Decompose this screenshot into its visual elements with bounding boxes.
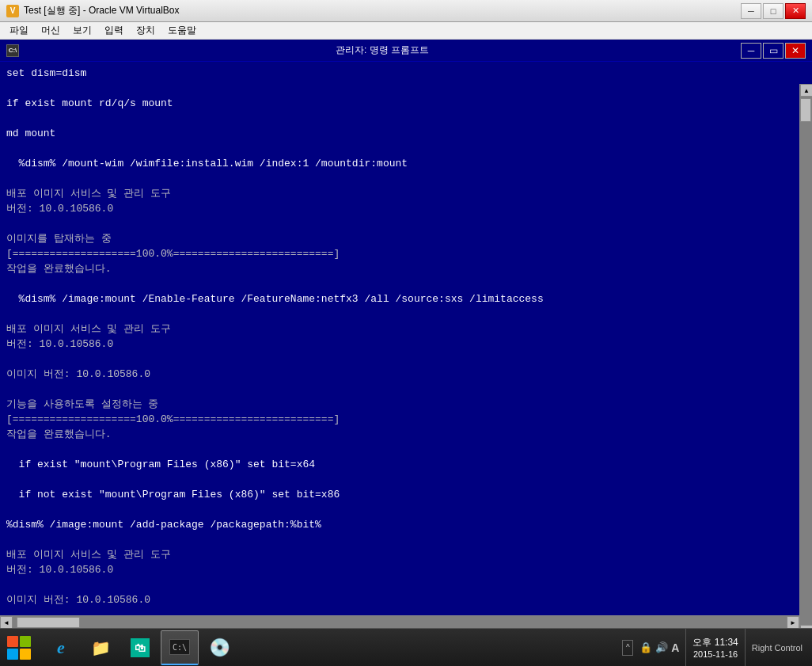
terminal-line	[6, 352, 793, 367]
system-tray: ^ 🔒 🔊 A 오후 11:34 2015-11-16 Right Contro…	[616, 629, 812, 667]
hscroll-track	[13, 616, 787, 628]
taskbar-explorer[interactable]: 📁	[82, 630, 120, 665]
terminal-line	[6, 277, 793, 292]
terminal-line	[6, 142, 793, 157]
terminal-line: 배포 이미지 서비스 및 관리 도구	[6, 322, 793, 337]
outer-wrapper: V Test [실행 중] - Oracle VM VirtualBox ─ □…	[0, 0, 812, 666]
terminal-line: [====================100.0%=============…	[6, 413, 793, 428]
terminal-line: 작업을 완료했습니다.	[6, 262, 793, 277]
taskbar-cmd[interactable]: C:\	[161, 630, 199, 665]
ie-icon: e	[57, 637, 65, 658]
menu-machine[interactable]: 머신	[35, 22, 66, 39]
terminal-line: 이미지 버전: 10.0.10586.0	[6, 367, 793, 382]
windows-logo-icon	[7, 636, 31, 660]
terminal-line	[6, 533, 793, 548]
taskbar-apps: e 📁 🛍 C:\ 💿	[41, 629, 239, 667]
terminal-line: set dism=dism	[6, 67, 793, 82]
clock[interactable]: 오후 11:34 2015-11-16	[686, 629, 744, 667]
start-button[interactable]	[0, 629, 38, 667]
cmd-icon: C:\	[6, 44, 19, 57]
vbox-title-text: Test [실행 중] - Oracle VM VirtualBox	[24, 4, 741, 17]
menu-help[interactable]: 도움말	[161, 22, 203, 39]
terminal-line: 이미지를 탑재하는 중	[6, 232, 793, 247]
menu-view[interactable]: 보기	[66, 22, 98, 39]
main-area: V Test [실행 중] - Oracle VM VirtualBox ─ □…	[0, 0, 812, 628]
clock-time: 오후 11:34	[692, 636, 738, 649]
terminal-line: %dism% /mount-wim /wimfile:install.wim /…	[6, 157, 793, 172]
terminal-line	[6, 443, 793, 458]
terminal-line	[6, 217, 793, 232]
menubar: 파일 머신 보기 입력 장치 도움말	[0, 22, 812, 40]
menu-input[interactable]: 입력	[98, 22, 130, 39]
cmd-title-text: 관리자: 명령 프롬프트	[24, 44, 741, 57]
cmd-minimize-btn[interactable]: ─	[741, 43, 761, 59]
terminal-line	[6, 307, 793, 322]
terminal-line: md mount	[6, 127, 793, 142]
cmd-close-btn[interactable]: ✕	[785, 43, 806, 59]
terminal-line	[6, 503, 793, 518]
vscrollbar[interactable]: ▲ ▼	[799, 84, 812, 637]
terminal-line: 작업을 완료했습니다.	[6, 428, 793, 443]
vbox-minimize-btn[interactable]: ─	[741, 3, 761, 19]
terminal-line	[6, 608, 793, 615]
network-icon[interactable]: 🔒	[639, 641, 652, 653]
menu-device[interactable]: 장치	[130, 22, 161, 39]
hscroll-right-btn[interactable]: ►	[787, 616, 799, 629]
cmd-window: C:\ 관리자: 명령 프롬프트 ─ ▭ ✕ set dism=dism if …	[0, 40, 812, 628]
menu-file[interactable]: 파일	[3, 22, 35, 39]
cmd-body: set dism=dism if exist mount rd/q/s moun…	[0, 62, 812, 615]
scroll-track	[800, 97, 812, 625]
terminal-line	[6, 112, 793, 127]
cmd-text: set dism=dism if exist mount rd/q/s moun…	[0, 62, 799, 615]
clock-date: 2015-11-16	[693, 649, 738, 659]
terminal-line: %dism% /image:mount /Enable-Feature /Fea…	[6, 292, 793, 307]
vbox-restore-btn[interactable]: □	[763, 3, 784, 19]
scroll-up-btn[interactable]: ▲	[800, 84, 812, 97]
terminal-line: %dism% /image:mount /add-package /packag…	[6, 518, 793, 533]
right-control-label: Right Control	[745, 629, 809, 667]
folder-icon: 📁	[91, 638, 111, 657]
ime-icon[interactable]: A	[671, 641, 679, 654]
terminal-line	[6, 578, 793, 593]
terminal-line: if exist "mount\Program Files (x86)" set…	[6, 458, 793, 473]
hscroll-thumb[interactable]	[17, 617, 80, 628]
cmd-titlebar: C:\ 관리자: 명령 프롬프트 ─ ▭ ✕	[0, 40, 812, 62]
terminal-line: [====================100.0%=============…	[6, 247, 793, 262]
taskbar-disk[interactable]: 💿	[200, 630, 238, 665]
store-icon: 🛍	[131, 638, 150, 657]
terminal-line: 버전: 10.0.10586.0	[6, 337, 793, 352]
cmd-restore-btn[interactable]: ▭	[763, 43, 784, 59]
terminal-line	[6, 172, 793, 187]
terminal-line	[6, 82, 793, 97]
taskbar-ie[interactable]: e	[42, 630, 80, 665]
scroll-thumb[interactable]	[800, 98, 811, 122]
tray-chevron[interactable]: ^	[622, 640, 633, 656]
terminal-line: if not exist "mount\Program Files (x86)"…	[6, 488, 793, 503]
cmd-title-buttons: ─ ▭ ✕	[741, 43, 806, 59]
terminal-line: 기능을 사용하도록 설정하는 중	[6, 398, 793, 413]
vbox-icon: V	[6, 5, 19, 17]
terminal-line: 버전: 10.0.10586.0	[6, 563, 793, 578]
hscroll-left-btn[interactable]: ◄	[0, 616, 13, 629]
terminal-line: 이미지 버전: 10.0.10586.0	[6, 593, 793, 608]
vbox-titlebar: V Test [실행 중] - Oracle VM VirtualBox ─ □…	[0, 0, 812, 22]
terminal-line: 버전: 10.0.10586.0	[6, 202, 793, 217]
hscrollbar[interactable]: ◄ ►	[0, 615, 799, 628]
terminal-line	[6, 382, 793, 398]
terminal-line: if exist mount rd/q/s mount	[6, 97, 793, 112]
terminal-line: 배포 이미지 서비스 및 관리 도구	[6, 548, 793, 563]
cmd-taskbar-icon: C:\	[169, 639, 190, 655]
terminal-line	[6, 473, 793, 488]
volume-icon[interactable]: 🔊	[655, 641, 668, 653]
taskbar-store[interactable]: 🛍	[121, 630, 159, 665]
taskbar: e 📁 🛍 C:\ 💿 ^	[0, 628, 812, 666]
tray-icons: ^ 🔒 🔊 A	[616, 629, 686, 667]
vbox-close-btn[interactable]: ✕	[785, 3, 806, 19]
vbox-title-buttons: ─ □ ✕	[741, 3, 806, 19]
terminal-line: 배포 이미지 서비스 및 관리 도구	[6, 187, 793, 202]
vm-display-area: C:\ 관리자: 명령 프롬프트 ─ ▭ ✕ set dism=dism if …	[0, 40, 812, 628]
disk-icon: 💿	[209, 637, 230, 658]
